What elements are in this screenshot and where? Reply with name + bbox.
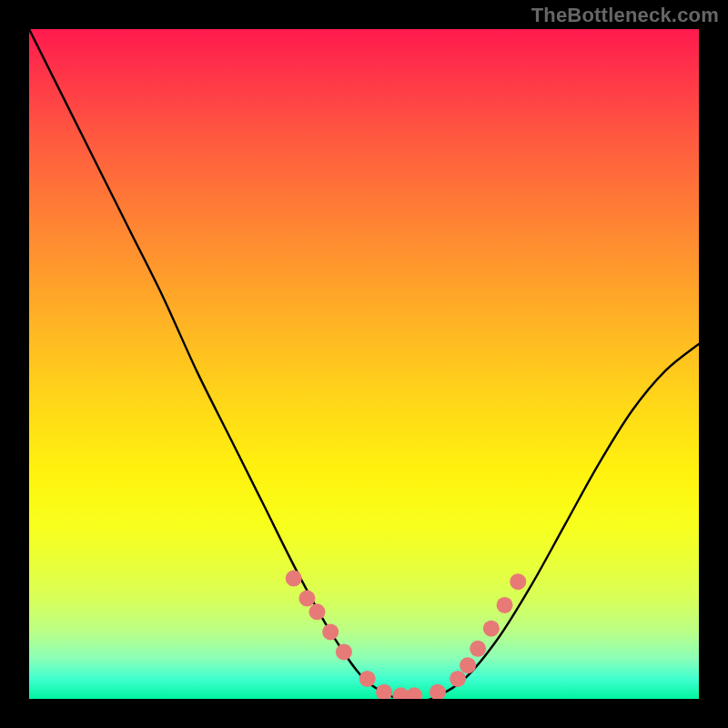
chart-frame: TheBottleneck.com xyxy=(0,0,728,728)
highlight-dot xyxy=(322,623,339,640)
highlight-dot xyxy=(470,641,486,657)
highlight-dot xyxy=(286,571,302,587)
plot-area xyxy=(29,29,699,699)
highlight-dot xyxy=(376,684,392,699)
highlight-dot xyxy=(483,621,500,637)
highlight-dot xyxy=(308,603,325,620)
highlight-dot xyxy=(430,684,446,699)
highlight-dots xyxy=(286,571,527,699)
bottleneck-curve xyxy=(29,29,699,699)
highlight-dot xyxy=(298,591,315,607)
highlight-dot xyxy=(450,671,466,687)
highlight-dot xyxy=(510,573,526,590)
highlight-dot xyxy=(497,597,513,613)
chart-svg xyxy=(29,29,699,699)
highlight-dot xyxy=(336,643,352,660)
watermark-text: TheBottleneck.com xyxy=(531,4,719,27)
highlight-dot xyxy=(460,657,476,673)
highlight-dot xyxy=(359,671,376,687)
highlight-dot xyxy=(406,687,422,699)
